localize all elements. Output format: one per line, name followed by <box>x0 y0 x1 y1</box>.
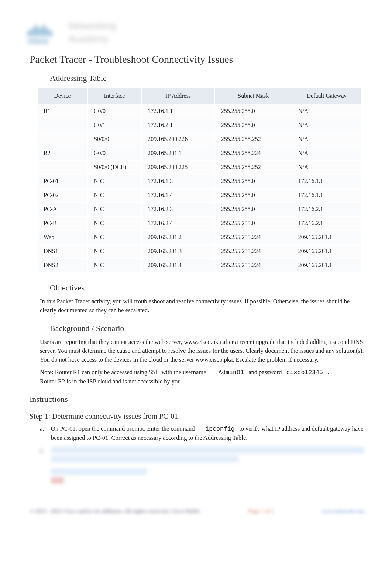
cell-ip: 209.165.201.1 <box>141 146 215 160</box>
cell-device: DNS1 <box>37 244 87 258</box>
col-gateway: Default Gateway <box>292 88 361 104</box>
footer-copyright: © 2013 - 2022 Cisco and/or its affiliate… <box>30 508 200 514</box>
cell-gateway: N/A <box>292 132 361 146</box>
logo-text-2: Academy <box>68 33 108 45</box>
cell-device <box>37 118 87 132</box>
step-1-a: a. On PC-01, open the command prompt. En… <box>40 424 364 442</box>
page-footer: © 2013 - 2022 Cisco and/or its affiliate… <box>30 508 364 514</box>
col-mask: Subnet Mask <box>215 88 292 104</box>
cell-interface: S0/0/0 <box>87 132 141 146</box>
table-row: PC-02NIC172.16.1.4255.255.255.0172.16.1.… <box>37 188 361 202</box>
cell-gateway: 172.16.2.1 <box>292 216 361 230</box>
cell-ip: 172.16.1.3 <box>141 174 215 188</box>
table-row: S0/0/0209.165.200.226255.255.255.252N/A <box>37 132 361 146</box>
cell-ip: 172.16.1.1 <box>141 104 215 118</box>
cell-ip: 172.16.2.4 <box>141 216 215 230</box>
col-device: Device <box>37 88 87 104</box>
step-1-a-cmd: ipconfig <box>205 425 234 432</box>
cell-interface: NIC <box>87 202 141 216</box>
cell-gateway: 172.16.1.1 <box>292 188 361 202</box>
cell-gateway: N/A <box>292 146 361 160</box>
cell-gateway: 209.165.201.1 <box>292 230 361 244</box>
cell-device <box>37 132 87 146</box>
cell-device: PC-A <box>37 202 87 216</box>
note-line2: Router R2 is in the ISP cloud and is not… <box>40 378 182 385</box>
table-row: PC-BNIC172.16.2.4255.255.255.0172.16.2.1 <box>37 216 361 230</box>
addressing-table: Device Interface IP Address Subnet Mask … <box>37 87 362 273</box>
cell-ip: 209.165.201.4 <box>141 258 215 272</box>
cell-mask: 255.255.255.252 <box>215 132 292 146</box>
cell-device: PC-01 <box>37 174 87 188</box>
step-1-a-marker: a. <box>40 424 51 442</box>
cell-ip: 209.165.200.226 <box>141 132 215 146</box>
cell-interface: NIC <box>87 174 141 188</box>
note-password: cisco12345 <box>286 369 323 376</box>
cell-mask: 255.255.255.0 <box>215 202 292 216</box>
footer-link: www.netacad.com <box>321 508 364 514</box>
cell-mask: 255.255.255.224 <box>215 230 292 244</box>
cell-mask: 255.255.255.0 <box>215 118 292 132</box>
note-text: Note: Router R1 can only be accessed usi… <box>40 368 364 386</box>
heading-background: Background / Scenario <box>50 324 392 333</box>
cell-interface: NIC <box>87 258 141 272</box>
note-t1: Router R1 can only be accessed using SSH… <box>55 369 206 376</box>
cell-device: PC-02 <box>37 188 87 202</box>
cell-interface: NIC <box>87 188 141 202</box>
table-row: DNS2NIC209.165.201.4255.255.255.224209.1… <box>37 258 361 272</box>
heading-step-1: Step 1: Determine connectivity issues fr… <box>30 412 392 421</box>
cell-mask: 255.255.255.0 <box>215 174 292 188</box>
cell-interface: NIC <box>87 230 141 244</box>
table-row: WebNIC209.165.201.2255.255.255.224209.16… <box>37 230 361 244</box>
page-title: Packet Tracer - Troubleshoot Connectivit… <box>30 54 392 65</box>
logo-brand: cisco <box>28 36 48 46</box>
table-row: G0/1172.16.2.1255.255.255.0N/A <box>37 118 361 132</box>
cell-device <box>37 160 87 174</box>
table-row: S0/0/0 (DCE)209.165.200.225255.255.255.2… <box>37 160 361 174</box>
cell-mask: 255.255.255.224 <box>215 146 292 160</box>
heading-instructions: Instructions <box>30 394 392 404</box>
cell-mask: 255.255.255.0 <box>215 216 292 230</box>
cell-gateway: N/A <box>292 160 361 174</box>
footer-page: Page 1 of 5 <box>248 508 274 514</box>
cell-mask: 255.255.255.252 <box>215 160 292 174</box>
cell-gateway: N/A <box>292 118 361 132</box>
cell-interface: NIC <box>87 244 141 258</box>
cell-interface: G0/0 <box>87 104 141 118</box>
cell-device: Web <box>37 230 87 244</box>
table-row: DNS1NIC209.165.201.3255.255.255.224209.1… <box>37 244 361 258</box>
logo: cisco Networking Academy <box>28 18 131 44</box>
cell-mask: 255.255.255.224 <box>215 244 292 258</box>
logo-bars-icon <box>28 21 61 36</box>
cell-mask: 255.255.255.224 <box>215 258 292 272</box>
heading-addressing-table: Addressing Table <box>50 73 392 83</box>
cell-gateway: N/A <box>292 104 361 118</box>
cell-device: PC-B <box>37 216 87 230</box>
cell-ip: 209.165.201.3 <box>141 244 215 258</box>
step-1-b-marker: b. <box>40 447 51 486</box>
cell-device: DNS2 <box>37 258 87 272</box>
cell-gateway: 209.165.201.1 <box>292 244 361 258</box>
note-username: Admin01 <box>218 369 244 376</box>
col-ip: IP Address <box>141 88 215 104</box>
cell-device: R1 <box>37 104 87 118</box>
step-1-a-pre: On PC-01, open the command prompt. Enter… <box>51 425 195 432</box>
table-row: R1G0/0172.16.1.1255.255.255.0N/A <box>37 104 361 118</box>
cell-ip: 209.165.201.2 <box>141 230 215 244</box>
table-row: R2G0/0209.165.201.1255.255.255.224N/A <box>37 146 361 160</box>
cell-interface: S0/0/0 (DCE) <box>87 160 141 174</box>
logo-text-1: Networking <box>68 20 116 32</box>
cell-interface: G0/0 <box>87 146 141 160</box>
note-prefix: Note: <box>40 369 54 376</box>
step-1-list: a. On PC-01, open the command prompt. En… <box>40 424 364 486</box>
col-interface: Interface <box>87 88 141 104</box>
step-1-b: b. <box>40 447 364 486</box>
table-header-row: Device Interface IP Address Subnet Mask … <box>37 88 361 104</box>
cell-ip: 172.16.2.3 <box>141 202 215 216</box>
table-row: PC-01NIC172.16.1.3255.255.255.0172.16.1.… <box>37 174 361 188</box>
cell-ip: 172.16.1.4 <box>141 188 215 202</box>
cell-device: R2 <box>37 146 87 160</box>
cell-gateway: 172.16.1.1 <box>292 174 361 188</box>
cell-gateway: 172.16.2.1 <box>292 202 361 216</box>
note-t2: and password <box>248 369 282 376</box>
cell-gateway: 209.165.201.1 <box>292 258 361 272</box>
